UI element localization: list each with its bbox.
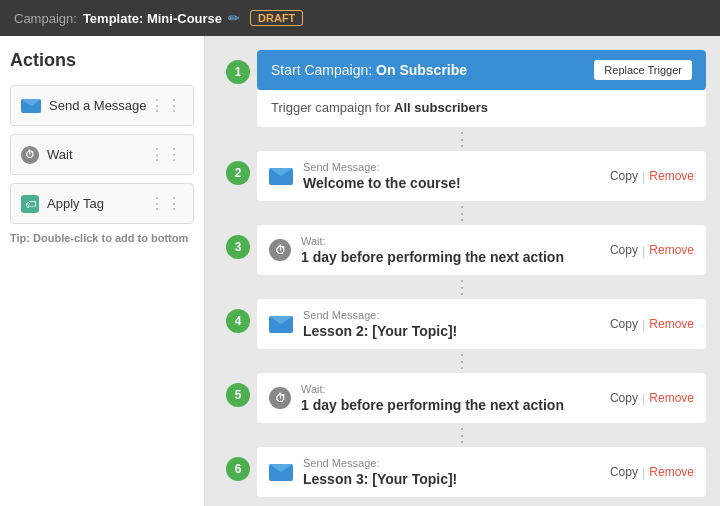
step-number-3: 3 (226, 235, 250, 259)
replace-trigger-button[interactable]: Replace Trigger (594, 60, 692, 80)
trigger-desc-prefix: Trigger campaign for (271, 100, 390, 115)
action-apply-tag[interactable]: 🏷 Apply Tag ⋮⋮ (10, 183, 194, 224)
copy-button[interactable]: Copy (610, 317, 638, 331)
draft-badge: DRAFT (250, 10, 303, 26)
main-layout: Actions Send a Message ⋮⋮ ⏱ Wait ⋮⋮ 🏷 Ap… (0, 36, 720, 506)
separator: | (642, 391, 645, 406)
drag-handle: ⋮⋮ (149, 145, 183, 164)
steps-container: ⋮2Send Message:Welcome to the course!Cop… (219, 131, 706, 501)
sidebar: Actions Send a Message ⋮⋮ ⏱ Wait ⋮⋮ 🏷 Ap… (0, 36, 205, 506)
connector: ⋮ (219, 353, 706, 369)
sidebar-title: Actions (10, 50, 194, 71)
start-step: 1 Start Campaign: On Subscribe Replace T… (219, 46, 706, 131)
send-message-label: Send a Message (49, 98, 147, 113)
start-title: Start Campaign: On Subscribe (271, 62, 467, 78)
copy-button[interactable]: Copy (610, 465, 638, 479)
step-wrapper: 6Send Message:Lesson 3: [Your Topic]!Cop… (219, 443, 706, 501)
wait-icon: ⏱ (269, 239, 291, 261)
step-wrapper: 4Send Message:Lesson 2: [Your Topic]!Cop… (219, 295, 706, 353)
campaign-label: Campaign: (14, 11, 77, 26)
step-card-0: Send Message:Welcome to the course!Copy|… (257, 151, 706, 201)
separator: | (642, 465, 645, 480)
step-card-4: Send Message:Lesson 3: [Your Topic]!Copy… (257, 447, 706, 497)
separator: | (642, 169, 645, 184)
step-number-2: 2 (226, 161, 250, 185)
connector: ⋮ (219, 205, 706, 221)
connector: ⋮ (219, 279, 706, 295)
apply-tag-label: Apply Tag (47, 196, 104, 211)
step-type-label: Send Message: (303, 309, 600, 321)
copy-button[interactable]: Copy (610, 391, 638, 405)
step-name: 1 day before performing the next action (301, 249, 600, 265)
action-wait[interactable]: ⏱ Wait ⋮⋮ (10, 134, 194, 175)
tag-icon: 🏷 (21, 195, 39, 213)
step-number-5: 5 (226, 383, 250, 407)
step-name: Welcome to the course! (303, 175, 600, 191)
trigger-card: Trigger campaign for All subscribers (257, 90, 706, 127)
content-area: 1 Start Campaign: On Subscribe Replace T… (205, 36, 720, 506)
trigger-desc-who: All subscribers (394, 100, 488, 115)
wait-label: Wait (47, 147, 73, 162)
step-number-6: 6 (226, 457, 250, 481)
step-wrapper: 5⏱Wait:1 day before performing the next … (219, 369, 706, 427)
connector: ⋮ (219, 131, 706, 147)
step-wrapper: 2Send Message:Welcome to the course!Copy… (219, 147, 706, 205)
connector: ⋮ (219, 427, 706, 443)
envelope-icon (21, 99, 41, 113)
remove-button[interactable]: Remove (649, 391, 694, 405)
wait-icon: ⏱ (269, 387, 291, 409)
separator: | (642, 317, 645, 332)
envelope-icon (269, 316, 293, 333)
drag-handle: ⋮⋮ (149, 96, 183, 115)
drag-handle: ⋮⋮ (149, 194, 183, 213)
step-name: Lesson 3: [Your Topic]! (303, 471, 600, 487)
step-number-1: 1 (226, 60, 250, 84)
remove-button[interactable]: Remove (649, 169, 694, 183)
step-name: Lesson 2: [Your Topic]! (303, 323, 600, 339)
step-card-3: ⏱Wait:1 day before performing the next a… (257, 373, 706, 423)
tip-prefix: Tip: (10, 232, 30, 244)
remove-button[interactable]: Remove (649, 465, 694, 479)
copy-button[interactable]: Copy (610, 243, 638, 257)
step-name: 1 day before performing the next action (301, 397, 600, 413)
wait-icon: ⏱ (21, 146, 39, 164)
header: Campaign: Template: Mini-Course ✏ DRAFT (0, 0, 720, 36)
envelope-icon (269, 464, 293, 481)
step-card-2: Send Message:Lesson 2: [Your Topic]!Copy… (257, 299, 706, 349)
remove-button[interactable]: Remove (649, 317, 694, 331)
step-number-4: 4 (226, 309, 250, 333)
tip-text: Double-click to add to bottom (30, 232, 188, 244)
sidebar-tip: Tip: Double-click to add to bottom (10, 232, 194, 244)
step-type-label: Send Message: (303, 161, 600, 173)
remove-button[interactable]: Remove (649, 243, 694, 257)
step-wrapper: 3⏱Wait:1 day before performing the next … (219, 221, 706, 279)
copy-button[interactable]: Copy (610, 169, 638, 183)
start-block: Start Campaign: On Subscribe Replace Tri… (257, 50, 706, 90)
step-type-label: Wait: (301, 383, 600, 395)
campaign-name: Template: Mini-Course (83, 11, 222, 26)
step-type-label: Wait: (301, 235, 600, 247)
separator: | (642, 243, 645, 258)
envelope-icon (269, 168, 293, 185)
step-type-label: Send Message: (303, 457, 600, 469)
action-send-message[interactable]: Send a Message ⋮⋮ (10, 85, 194, 126)
edit-icon[interactable]: ✏ (228, 10, 240, 26)
step-card-1: ⏱Wait:1 day before performing the next a… (257, 225, 706, 275)
